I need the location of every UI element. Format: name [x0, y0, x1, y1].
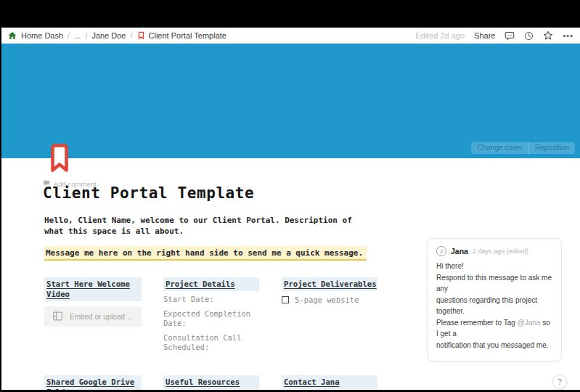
comment-card[interactable]: J Jana 2 days ago (edited) Hi there! Res… — [427, 238, 562, 362]
bookmark-icon — [137, 31, 145, 40]
page-content: Add comment Client Portal Template Hello… — [1, 158, 580, 390]
intro-paragraph[interactable]: Hello, Client Name, welcome to our Clien… — [44, 215, 375, 237]
favorite-star-icon[interactable] — [543, 30, 553, 41]
comment-line: Please remember to Tag @Jana so I get a — [436, 317, 552, 340]
columns-row-1: Start Here Welcome Video Embed or upload… — [44, 277, 377, 357]
avatar: J — [436, 246, 446, 256]
columns-row-2: Shared Google Drive Folder Useful Resour… — [44, 375, 377, 390]
app-window: Home Dash / ... / Jane Doe / Client Port… — [0, 0, 580, 392]
edited-timestamp: Edited 2d ago — [415, 31, 465, 40]
heading-project-details[interactable]: Project Details — [163, 277, 259, 291]
cover-action-buttons: Change cover Reposition — [471, 142, 575, 154]
project-detail-fields: Start Date: Expected Completion Date: Co… — [163, 295, 259, 352]
breadcrumb-item-jane-doe[interactable]: Jane Doe — [91, 31, 126, 40]
column-start-here: Start Here Welcome Video Embed or upload… — [44, 277, 142, 357]
field-start-date[interactable]: Start Date: — [163, 295, 259, 304]
field-consultation-call[interactable]: Consultation Call Scheduled: — [163, 333, 259, 352]
comment-line: notification that you messaged me. — [436, 340, 552, 351]
top-navigation-bar: Home Dash / ... / Jane Doe / Client Port… — [1, 28, 580, 44]
history-clock-icon[interactable] — [524, 31, 534, 41]
column-useful-resources: Useful Resources — [163, 375, 259, 390]
more-options-button[interactable]: ••• — [563, 32, 573, 40]
reposition-button[interactable]: Reposition — [528, 142, 575, 154]
page-bookmark-icon[interactable] — [51, 144, 68, 173]
breadcrumb-separator: / — [85, 31, 87, 40]
breadcrumb-separator: / — [130, 31, 132, 40]
breadcrumb-separator: / — [68, 31, 70, 40]
page-title[interactable]: Client Portal Template — [43, 184, 254, 202]
heading-shared-google-drive-folder[interactable]: Shared Google Drive Folder — [44, 375, 142, 390]
comments-icon[interactable] — [505, 30, 515, 41]
todo-checkbox[interactable] — [282, 296, 289, 303]
breadcrumb-current-page[interactable]: Client Portal Template — [137, 31, 226, 40]
share-button[interactable]: Share — [474, 31, 495, 40]
todo-label[interactable]: 5-page website — [295, 295, 359, 304]
mention-jana[interactable]: @Jana — [518, 319, 541, 327]
column-project-deliverables: Project Deliverables 5-page website — [282, 277, 377, 357]
comment-author: Jana — [451, 247, 468, 256]
comment-timestamp: 2 days ago (edited) — [473, 248, 528, 255]
comment-line: questions regarding this project togethe… — [436, 295, 552, 317]
todo-item: 5-page website — [282, 295, 377, 304]
breadcrumb: Home Dash / ... / Jane Doe / Client Port… — [8, 31, 415, 40]
column-shared-drive: Shared Google Drive Folder — [44, 375, 142, 390]
breadcrumb-item-home-dash[interactable]: Home Dash — [21, 31, 63, 40]
breadcrumb-current-label: Client Portal Template — [149, 31, 226, 40]
topbar-actions: Edited 2d ago Share ••• — [415, 30, 573, 41]
heading-contact-jana[interactable]: Contact Jana — [282, 375, 377, 389]
comment-line: Respond to this message to ask me any — [436, 272, 552, 295]
column-project-details: Project Details Start Date: Expected Com… — [163, 277, 259, 357]
comment-body: Hi there! Respond to this message to ask… — [436, 261, 552, 351]
breadcrumb-item-collapsed[interactable]: ... — [74, 31, 81, 40]
video-film-icon — [52, 311, 63, 323]
comment-line: Hi there! — [436, 261, 552, 272]
change-cover-button[interactable]: Change cover — [471, 142, 528, 154]
embed-upload-placeholder[interactable]: Embed or upload ... — [44, 306, 142, 327]
column-contact-jana: Contact Jana — [282, 375, 377, 390]
help-button[interactable]: ? — [552, 375, 567, 389]
heading-start-here-welcome-video[interactable]: Start Here Welcome Video — [44, 277, 142, 301]
home-icon[interactable] — [8, 31, 17, 40]
highlighted-message[interactable]: Message me here on the right hand side t… — [44, 246, 367, 261]
comment-header: J Jana 2 days ago (edited) — [436, 246, 552, 256]
heading-useful-resources[interactable]: Useful Resources — [163, 375, 259, 389]
field-expected-completion-date[interactable]: Expected Completion Date: — [163, 309, 259, 328]
heading-project-deliverables[interactable]: Project Deliverables — [282, 277, 377, 291]
embed-placeholder-label: Embed or upload ... — [70, 313, 133, 321]
page-cover: Change cover Reposition — [1, 44, 580, 158]
